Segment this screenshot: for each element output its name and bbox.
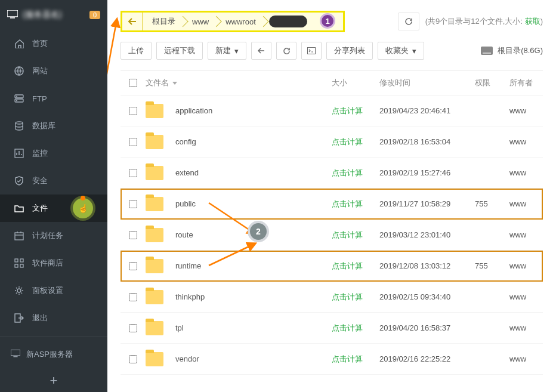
table-row: route 点击计算 2019/03/12 23:01:40 www — [121, 220, 543, 251]
calculate-size-link[interactable]: 点击计算 — [332, 261, 363, 270]
row-checkbox[interactable] — [129, 293, 137, 301]
calculate-size-link[interactable]: 点击计算 — [332, 230, 363, 239]
column-filename[interactable]: 文件名 — [146, 78, 332, 88]
sidebar-item-chart[interactable]: 监控 — [0, 140, 107, 167]
sidebar-item-calendar[interactable]: 计划任务 — [0, 222, 107, 249]
mtime-value: 2019/12/08 13:03:12 — [379, 261, 475, 270]
disk-info[interactable]: 根目录(8.6G) — [481, 45, 543, 56]
row-checkbox[interactable] — [129, 169, 137, 177]
breadcrumb-box: 根目录 www wwwroot — [121, 11, 345, 32]
add-server-button[interactable]: + — [0, 367, 107, 392]
sidebar-nav: 首页网站FTP数据库监控安全文件☝计划任务软件商店面板设置退出 — [0, 30, 107, 332]
sidebar-extra-label: 新ASP服务器 — [26, 349, 73, 360]
breadcrumb-back-button[interactable] — [122, 13, 143, 30]
column-mtime[interactable]: 修改时间 — [379, 78, 475, 88]
column-perm[interactable]: 权限 — [475, 78, 509, 88]
sidebar-item-grid[interactable]: 软件商店 — [0, 249, 107, 277]
row-checkbox[interactable] — [129, 355, 137, 363]
file-name[interactable]: vendor — [175, 354, 199, 363]
sidebar-item-exit[interactable]: 退出 — [0, 304, 107, 332]
file-name[interactable]: config — [175, 137, 196, 146]
svg-rect-16 — [20, 264, 23, 267]
terminal-button[interactable] — [301, 42, 322, 60]
calculate-size-link[interactable]: 点击计算 — [332, 292, 363, 301]
grid-icon — [14, 258, 25, 268]
owner-value: www — [509, 261, 543, 270]
sidebar-item-label: FTP — [32, 94, 47, 103]
sidebar-item-gear[interactable]: 面板设置 — [0, 277, 107, 304]
sidebar-item-folder[interactable]: 文件☝ — [0, 195, 107, 222]
file-name[interactable]: route — [175, 230, 193, 239]
breadcrumb-seg-wwwroot[interactable]: wwwroot — [216, 13, 263, 30]
sidebar-item-shield[interactable]: 安全 — [0, 167, 107, 195]
column-owner[interactable]: 所有者 — [509, 78, 543, 88]
home-icon — [14, 39, 25, 48]
sidebar-item-db[interactable]: 数据库 — [0, 112, 107, 140]
file-name[interactable]: public — [175, 199, 196, 208]
favorites-button[interactable]: 收藏夹▾ — [378, 42, 424, 60]
perm-value[interactable]: 755 — [475, 261, 488, 270]
sidebar-separator — [0, 337, 107, 337]
owner-value: www — [509, 137, 543, 146]
sidebar-item-home[interactable]: 首页 — [0, 30, 107, 57]
owner-value: www — [509, 354, 543, 363]
folder-icon — [146, 352, 163, 366]
select-all-checkbox[interactable] — [129, 79, 137, 87]
refresh-button[interactable] — [398, 13, 419, 30]
mtime-value: 2019/04/20 16:58:37 — [379, 323, 475, 332]
owner-value: www — [509, 106, 543, 115]
calculate-size-link[interactable]: 点击计算 — [332, 168, 363, 177]
mtime-value: 2019/04/23 20:46:41 — [379, 106, 475, 115]
breadcrumb-seg-www[interactable]: www — [183, 13, 216, 30]
notification-badge[interactable]: 0 — [89, 11, 100, 19]
monitor-icon — [7, 10, 18, 20]
new-button[interactable]: 新建▾ — [208, 42, 246, 60]
sidebar-extra-server[interactable]: 新ASP服务器 — [0, 342, 107, 367]
sidebar-item-globe[interactable]: 网站 — [0, 57, 107, 85]
table-header: 文件名 大小 修改时间 权限 所有者 — [121, 70, 543, 95]
file-name[interactable]: tpl — [175, 323, 184, 332]
reload-button[interactable] — [276, 42, 296, 60]
svg-line-22 — [107, 19, 117, 190]
calculate-size-link[interactable]: 点击计算 — [332, 323, 363, 332]
mtime-value: 2019/02/18 16:53:04 — [379, 137, 475, 146]
share-list-button[interactable]: 分享列表 — [326, 42, 373, 60]
folder-icon — [146, 135, 163, 149]
file-name[interactable]: application — [175, 106, 212, 115]
upload-button[interactable]: 上传 — [121, 42, 152, 60]
calculate-size-link[interactable]: 点击计算 — [332, 106, 363, 115]
row-checkbox[interactable] — [129, 200, 137, 208]
sidebar-item-server[interactable]: FTP — [0, 85, 107, 112]
row-checkbox[interactable] — [129, 138, 137, 146]
calculate-size-link[interactable]: 点击计算 — [332, 199, 363, 208]
folder-icon — [146, 166, 163, 180]
row-checkbox[interactable] — [129, 324, 137, 332]
table-row: extend 点击计算 2019/02/19 15:27:46 www — [121, 158, 543, 189]
row-checkbox[interactable] — [129, 262, 137, 270]
svg-point-6 — [16, 100, 17, 101]
cursor-highlight: ☝ — [73, 198, 93, 218]
svg-rect-9 — [15, 233, 23, 240]
hard-drive-icon — [481, 47, 493, 55]
file-name[interactable]: thinkphp — [175, 292, 205, 301]
calculate-size-link[interactable]: 点击计算 — [332, 354, 363, 363]
perm-value[interactable]: 755 — [475, 199, 488, 208]
remote-download-button[interactable]: 远程下载 — [156, 42, 203, 60]
chart-icon — [14, 149, 25, 158]
column-size[interactable]: 大小 — [332, 78, 379, 88]
calculate-size-link[interactable]: 点击计算 — [332, 137, 363, 146]
exit-icon — [14, 313, 25, 323]
back-button[interactable] — [251, 42, 271, 60]
file-name[interactable]: extend — [175, 168, 199, 177]
file-name[interactable]: runtime — [175, 261, 201, 270]
main-content: 根目录 www wwwroot 1 (共9个目录与12个文件,大小: 获取) 上… — [107, 0, 556, 392]
svg-point-7 — [16, 122, 23, 124]
table-row: tpl 点击计算 2019/04/20 16:58:37 www — [121, 313, 543, 344]
get-size-link[interactable]: 获取 — [525, 17, 540, 26]
row-checkbox[interactable] — [129, 107, 137, 115]
row-checkbox[interactable] — [129, 231, 137, 239]
folder-icon — [146, 228, 163, 242]
globe-icon — [14, 66, 25, 76]
breadcrumb-seg-root[interactable]: 根目录 — [143, 13, 183, 30]
svg-point-17 — [17, 289, 21, 292]
